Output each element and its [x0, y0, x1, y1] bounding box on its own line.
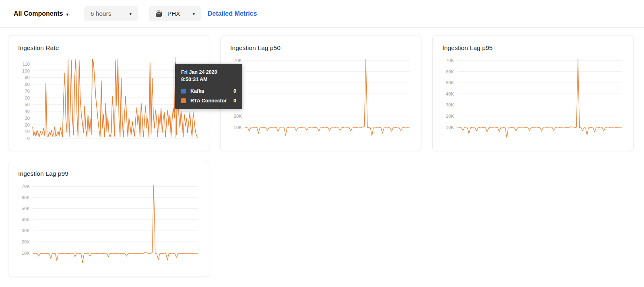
- svg-text:60K: 60K: [446, 69, 454, 74]
- chart-title: Ingestion Lag p50: [230, 44, 411, 52]
- svg-text:0: 0: [27, 136, 30, 141]
- svg-text:70K: 70K: [22, 184, 30, 189]
- datacenter-value-group: PHX: [155, 10, 180, 18]
- svg-text:60K: 60K: [22, 195, 30, 200]
- dashboard-content: Ingestion Rate 0102030405060708090100110…: [0, 28, 644, 277]
- chart-title: Ingestion Rate: [18, 44, 199, 52]
- datacenter-value: PHX: [167, 10, 180, 17]
- chevron-down-icon: ▾: [130, 12, 132, 16]
- svg-text:40K: 40K: [22, 217, 30, 222]
- svg-text:40K: 40K: [446, 92, 454, 96]
- chart-card-lag-p99: Ingestion Lag p99 10K20K30K40K50K60K70K: [8, 161, 209, 277]
- chart-card-lag-p50: Ingestion Lag p50 10K20K30K40K50K60K70K: [220, 35, 421, 151]
- svg-text:30K: 30K: [22, 228, 30, 233]
- database-icon: [155, 10, 163, 18]
- svg-text:80: 80: [25, 82, 30, 87]
- svg-text:30: 30: [25, 116, 30, 121]
- svg-text:70: 70: [25, 89, 30, 94]
- tooltip-row-kafka: Kafka 0: [181, 88, 236, 94]
- ingestion-lag-p95-chart[interactable]: 10K20K30K40K50K60K70K: [437, 56, 623, 145]
- kafka-series-swatch: [181, 89, 186, 94]
- time-range-value: 6 hours: [91, 10, 111, 17]
- svg-text:70K: 70K: [446, 58, 454, 63]
- svg-text:70K: 70K: [234, 58, 242, 63]
- components-dropdown-label: All Components: [14, 10, 63, 17]
- svg-text:30K: 30K: [446, 102, 454, 107]
- top-toolbar: All Components ▾ 6 hours ▾ PHX ▾ Detaile…: [0, 0, 644, 28]
- components-dropdown[interactable]: All Components ▾: [14, 10, 68, 17]
- svg-text:20: 20: [25, 123, 30, 127]
- ingestion-lag-p50-chart[interactable]: 10K20K30K40K50K60K70K: [225, 56, 411, 145]
- datacenter-dropdown[interactable]: PHX ▾: [149, 6, 201, 21]
- ingestion-rate-chart[interactable]: 0102030405060708090100110: [12, 56, 199, 145]
- rta-connector-series-swatch: [181, 98, 186, 103]
- detailed-metrics-link[interactable]: Detailed Metrics: [208, 10, 257, 17]
- svg-text:10K: 10K: [446, 125, 454, 130]
- chevron-down-icon: ▾: [66, 12, 68, 17]
- svg-text:40: 40: [25, 109, 30, 114]
- series-value: 0: [233, 98, 236, 104]
- tooltip-rows: Kafka 0 RTA Connector 0: [181, 88, 236, 104]
- series-name: Kafka: [190, 88, 233, 94]
- chart-card-lag-p95: Ingestion Lag p95 10K20K30K40K50K60K70K: [432, 35, 634, 151]
- svg-text:100: 100: [22, 69, 30, 73]
- svg-text:20K: 20K: [234, 114, 242, 119]
- svg-text:60: 60: [25, 96, 30, 100]
- tooltip-date: Fri Jan 24 2020: [181, 69, 236, 76]
- svg-text:10K: 10K: [234, 125, 242, 130]
- time-range-dropdown[interactable]: 6 hours ▾: [84, 6, 138, 21]
- ingestion-lag-p99-chart[interactable]: 10K20K30K40K50K60K70K: [12, 181, 199, 271]
- chart-title: Ingestion Lag p95: [442, 44, 623, 52]
- chevron-down-icon: ▾: [193, 12, 195, 16]
- svg-text:110: 110: [23, 62, 30, 67]
- chart-hover-tooltip: Fri Jan 24 2020 8:50:31 AM Kafka 0 RTA C…: [175, 64, 242, 109]
- svg-text:20K: 20K: [446, 114, 454, 119]
- chart-grid: Ingestion Rate 0102030405060708090100110…: [8, 35, 636, 277]
- tooltip-row-rta-connector: RTA Connector 0: [181, 98, 236, 104]
- svg-text:10K: 10K: [22, 251, 30, 256]
- chart-title: Ingestion Lag p99: [18, 170, 199, 177]
- tooltip-time: 8:50:31 AM: [181, 76, 236, 83]
- series-value: 0: [233, 88, 236, 94]
- svg-text:10: 10: [25, 129, 30, 134]
- svg-text:50K: 50K: [446, 80, 454, 85]
- svg-text:90: 90: [25, 75, 30, 80]
- svg-text:20K: 20K: [22, 239, 30, 244]
- svg-text:50: 50: [25, 102, 30, 107]
- svg-text:50K: 50K: [22, 206, 30, 211]
- series-name: RTA Connector: [190, 98, 233, 104]
